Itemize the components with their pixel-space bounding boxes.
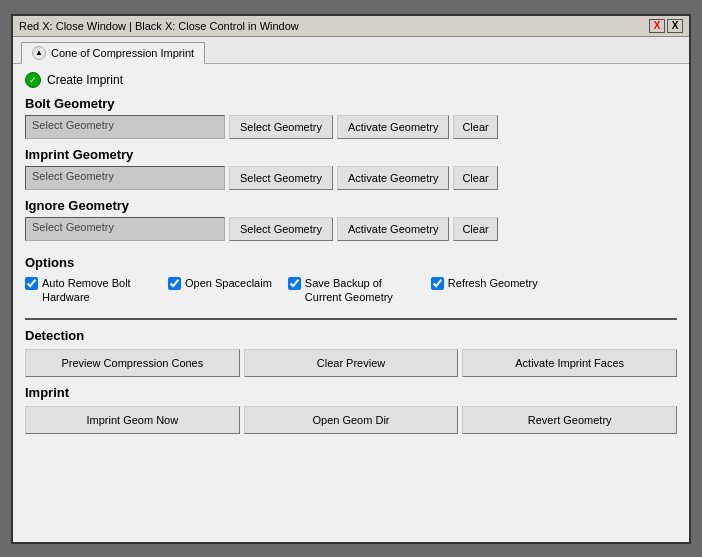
ignore-geometry-title: Ignore Geometry xyxy=(25,198,677,213)
imprint-action-row: Imprint Geom Now Open Geom Dir Revert Ge… xyxy=(25,406,677,434)
create-imprint-row: ✓ Create Imprint xyxy=(25,72,677,88)
ignore-activate-geometry-button[interactable]: Activate Geometry xyxy=(337,217,449,241)
open-geom-dir-button[interactable]: Open Geom Dir xyxy=(244,406,459,434)
green-circle-icon: ✓ xyxy=(25,72,41,88)
detection-section: Detection Preview Compression Cones Clea… xyxy=(25,328,677,377)
ignore-geometry-display: Select Geometry xyxy=(25,217,225,241)
tab-label: Cone of Compression Imprint xyxy=(51,47,194,59)
imprint-select-geometry-button[interactable]: Select Geometry xyxy=(229,166,333,190)
revert-geometry-button[interactable]: Revert Geometry xyxy=(462,406,677,434)
bolt-geometry-display: Select Geometry xyxy=(25,115,225,139)
ignore-select-geometry-button[interactable]: Select Geometry xyxy=(229,217,333,241)
imprint-activate-geometry-button[interactable]: Activate Geometry xyxy=(337,166,449,190)
section-divider xyxy=(25,318,677,320)
bolt-geometry-section: Bolt Geometry Select Geometry Select Geo… xyxy=(25,96,677,139)
imprint-section: Imprint Imprint Geom Now Open Geom Dir R… xyxy=(25,385,677,434)
tab-cone-compression-imprint[interactable]: ▲ Cone of Compression Imprint xyxy=(21,42,205,64)
bolt-activate-geometry-button[interactable]: Activate Geometry xyxy=(337,115,449,139)
imprint-geom-now-button[interactable]: Imprint Geom Now xyxy=(25,406,240,434)
checkbox-save-backup-input[interactable] xyxy=(288,277,301,290)
title-bar-controls: X X xyxy=(649,19,683,33)
clear-preview-button[interactable]: Clear Preview xyxy=(244,349,459,377)
main-window: Red X: Close Window | Black X: Close Con… xyxy=(11,14,691,544)
checkbox-refresh-geometry-input[interactable] xyxy=(431,277,444,290)
checkbox-save-backup[interactable]: Save Backup of Current Geometry xyxy=(288,276,415,305)
checkbox-open-spaceclaim-input[interactable] xyxy=(168,277,181,290)
title-bar: Red X: Close Window | Black X: Close Con… xyxy=(13,16,689,37)
ignore-geometry-section: Ignore Geometry Select Geometry Select G… xyxy=(25,198,677,241)
ignore-clear-button[interactable]: Clear xyxy=(453,217,497,241)
tab-bar: ▲ Cone of Compression Imprint xyxy=(13,37,689,64)
detection-action-row: Preview Compression Cones Clear Preview … xyxy=(25,349,677,377)
imprint-geometry-title: Imprint Geometry xyxy=(25,147,677,162)
cone-icon: ▲ xyxy=(32,46,46,60)
title-bar-text: Red X: Close Window | Black X: Close Con… xyxy=(19,20,649,32)
imprint-geometry-section: Imprint Geometry Select Geometry Select … xyxy=(25,147,677,190)
checkbox-refresh-geometry-label: Refresh Geometry xyxy=(448,276,538,290)
bolt-geometry-row: Select Geometry Select Geometry Activate… xyxy=(25,115,677,139)
options-title: Options xyxy=(25,255,677,270)
activate-imprint-faces-button[interactable]: Activate Imprint Faces xyxy=(462,349,677,377)
checkbox-open-spaceclaim-label: Open Spaceclaim xyxy=(185,276,272,290)
bolt-geometry-title: Bolt Geometry xyxy=(25,96,677,111)
checkbox-auto-remove-label: Auto Remove Bolt Hardware xyxy=(42,276,152,305)
options-section: Options Auto Remove Bolt Hardware Open S… xyxy=(25,249,677,311)
ignore-geometry-row: Select Geometry Select Geometry Activate… xyxy=(25,217,677,241)
content-area: ✓ Create Imprint Bolt Geometry Select Ge… xyxy=(13,64,689,447)
checkbox-auto-remove[interactable]: Auto Remove Bolt Hardware xyxy=(25,276,152,305)
close-black-button[interactable]: X xyxy=(667,19,683,33)
bolt-clear-button[interactable]: Clear xyxy=(453,115,497,139)
create-imprint-label: Create Imprint xyxy=(47,73,123,87)
imprint-clear-button[interactable]: Clear xyxy=(453,166,497,190)
detection-title: Detection xyxy=(25,328,677,343)
checkbox-open-spaceclaim[interactable]: Open Spaceclaim xyxy=(168,276,272,290)
checkbox-refresh-geometry[interactable]: Refresh Geometry xyxy=(431,276,538,290)
close-red-button[interactable]: X xyxy=(649,19,665,33)
checkbox-auto-remove-input[interactable] xyxy=(25,277,38,290)
preview-compression-cones-button[interactable]: Preview Compression Cones xyxy=(25,349,240,377)
options-row: Auto Remove Bolt Hardware Open Spaceclai… xyxy=(25,276,677,305)
checkbox-save-backup-label: Save Backup of Current Geometry xyxy=(305,276,415,305)
imprint-title: Imprint xyxy=(25,385,677,400)
imprint-geometry-display: Select Geometry xyxy=(25,166,225,190)
imprint-geometry-row: Select Geometry Select Geometry Activate… xyxy=(25,166,677,190)
bolt-select-geometry-button[interactable]: Select Geometry xyxy=(229,115,333,139)
